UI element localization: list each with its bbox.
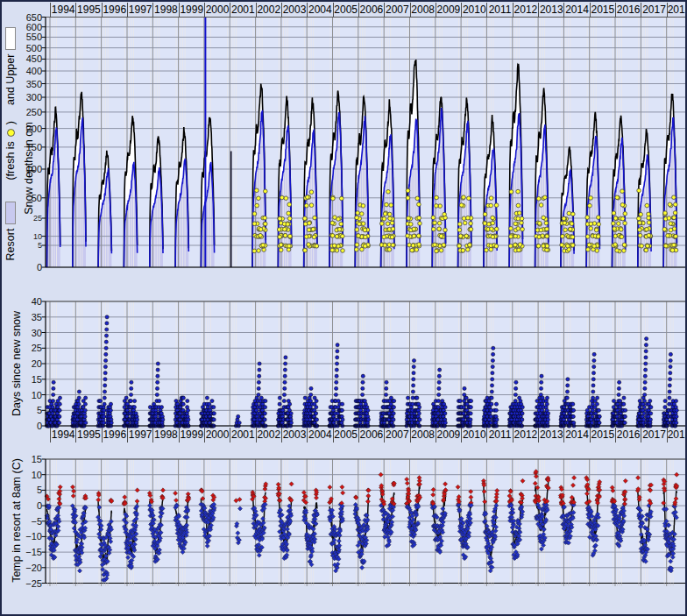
- year-label: 1996: [102, 428, 127, 443]
- year-label: 2016: [615, 428, 641, 443]
- year-label: 1998: [152, 3, 178, 18]
- year-label: 2002: [256, 3, 281, 18]
- resort-swatch: [5, 202, 16, 224]
- snow-history-chart: 1994199519961997199819992000200120022003…: [0, 0, 687, 616]
- year-label: 2012: [513, 428, 538, 443]
- fresh-snow-dot-icon: [7, 129, 15, 137]
- year-label: 2001: [230, 428, 255, 443]
- days-axis-title: Days since new snow: [10, 297, 24, 430]
- year-label: 2000: [204, 3, 230, 18]
- days-panel: [42, 301, 687, 428]
- year-label: 1998: [152, 428, 178, 443]
- year-label: 2011: [486, 3, 512, 18]
- year-label: 2004: [307, 428, 332, 443]
- year-label: 1996: [102, 3, 127, 18]
- year-label: 2008: [410, 3, 436, 18]
- year-label: 2013: [538, 3, 563, 18]
- year-label: 1994: [50, 3, 75, 18]
- year-label: 2000: [204, 428, 230, 443]
- year-label: 2005: [333, 3, 358, 18]
- year-label: 2002: [256, 428, 281, 443]
- year-label: 2009: [436, 3, 461, 18]
- year-label: 1999: [179, 3, 204, 18]
- year-label: 2003: [281, 428, 307, 443]
- year-label: 2010: [461, 3, 486, 18]
- year-label: 2018: [667, 428, 687, 443]
- snow-axis-title-line2: Snow depths in cm: [22, 97, 36, 239]
- year-label: 1997: [127, 3, 152, 18]
- year-label: 2004: [307, 3, 332, 18]
- year-label: 2015: [590, 428, 615, 443]
- temp-axis-title: Temp in resort at 8am (C): [10, 445, 24, 596]
- fresh-label: (fresh is: [4, 141, 17, 180]
- y-tick-label: 650: [12, 12, 42, 23]
- upper-swatch: [5, 27, 16, 50]
- year-label: 2007: [384, 428, 409, 443]
- upper-label: and Upper: [4, 54, 17, 105]
- fresh-label-close: ): [4, 121, 17, 124]
- year-label: 2013: [538, 428, 563, 443]
- year-label: 2014: [563, 3, 589, 18]
- year-label: 1999: [179, 428, 204, 443]
- year-label: 1995: [75, 3, 101, 18]
- year-label: 2017: [641, 3, 666, 18]
- year-label: 2006: [358, 428, 384, 443]
- year-label: 1995: [75, 428, 101, 443]
- year-label: 2009: [436, 428, 461, 443]
- year-label: 2016: [615, 3, 641, 18]
- year-label: 2008: [410, 428, 436, 443]
- year-axis-middle: 1994199519961997199819992000200120022003…: [2, 428, 687, 443]
- year-label: 2015: [590, 3, 615, 18]
- year-label: 2014: [563, 428, 589, 443]
- year-axis-top: 1994199519961997199819992000200120022003…: [2, 3, 687, 18]
- year-label: 2018: [667, 3, 687, 18]
- year-label: 2006: [358, 3, 384, 18]
- year-label: 2011: [486, 428, 512, 443]
- year-label: 2017: [641, 428, 666, 443]
- year-label: 1997: [127, 428, 152, 443]
- resort-label: Resort: [4, 229, 17, 261]
- year-label: 2003: [281, 3, 307, 18]
- year-label: 1994: [50, 428, 75, 443]
- year-label: 2012: [513, 3, 538, 18]
- y-tick-label: 0: [12, 262, 42, 273]
- year-label: 2007: [384, 3, 409, 18]
- snow-panel: [42, 18, 687, 268]
- year-label: 2010: [461, 428, 486, 443]
- snow-axis-legend: Resort (fresh is ) and Upper: [3, 25, 18, 263]
- year-label: 2005: [333, 428, 358, 443]
- year-label: 2001: [230, 3, 255, 18]
- temp-panel: [42, 459, 687, 586]
- chart-canvas: [2, 2, 687, 616]
